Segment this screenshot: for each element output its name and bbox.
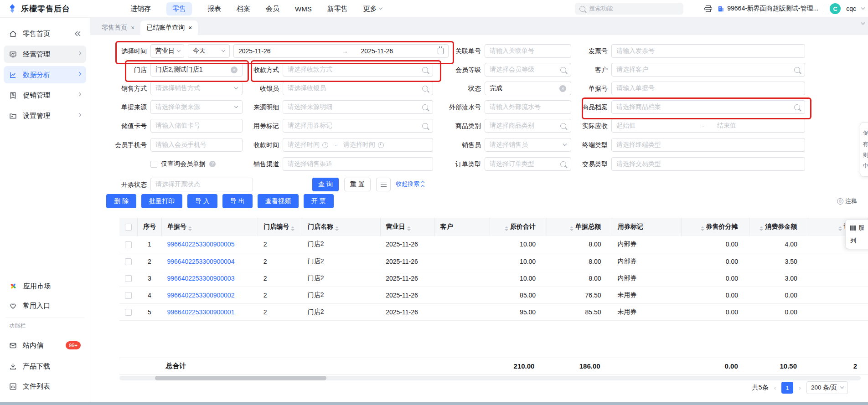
row-checkbox[interactable] bbox=[125, 258, 132, 265]
next-page-button[interactable]: › bbox=[799, 384, 801, 391]
edge-vertical-tab[interactable]: 促 有 则 中 bbox=[860, 122, 868, 177]
help-icon[interactable] bbox=[209, 161, 216, 167]
member-only-checkbox[interactable] bbox=[150, 161, 157, 168]
sidebar-item-favorites[interactable]: 常用入口 bbox=[4, 297, 86, 314]
doc-no-link[interactable]: 9966402253300900003 bbox=[167, 275, 235, 282]
delete-button[interactable]: 删 除 bbox=[106, 194, 136, 208]
doc-no-link[interactable]: 9966402253300900001 bbox=[167, 308, 235, 316]
tenant-switcher[interactable]: 99664-新界面商超版测试-管理... bbox=[718, 5, 818, 13]
doc-no-link[interactable]: 9966402253300900005 bbox=[167, 241, 235, 248]
nav-item-wms[interactable]: WMS bbox=[295, 5, 312, 13]
row-checkbox[interactable] bbox=[125, 292, 132, 299]
row-checkbox[interactable] bbox=[125, 241, 132, 248]
col-orig-total[interactable]: 原价合计 bbox=[490, 218, 547, 236]
table-row[interactable]: 2 9966402253300900004 2 门店2 2025-11-26 1… bbox=[119, 253, 868, 270]
row-checkbox[interactable] bbox=[125, 309, 132, 316]
close-icon[interactable] bbox=[131, 24, 134, 31]
related-no-input[interactable]: 请输入关联单号 bbox=[485, 44, 571, 58]
printer-icon[interactable] bbox=[704, 5, 712, 12]
export-button[interactable]: 导 出 bbox=[222, 194, 253, 208]
doc-no-link[interactable]: 9966402253300900004 bbox=[167, 258, 235, 265]
sidebar-item-promotion[interactable]: 促销管理 bbox=[4, 87, 86, 104]
nav-item-retail[interactable]: 零售 bbox=[166, 2, 192, 15]
product-archive-select[interactable]: 请选择商品档案 bbox=[611, 100, 805, 114]
nav-item-new-retail[interactable]: 新零售 bbox=[327, 5, 348, 13]
select-all-header[interactable] bbox=[119, 218, 138, 236]
sidebar-item-inbox[interactable]: 站内信 99+ bbox=[4, 337, 86, 354]
search-scheme-button[interactable] bbox=[376, 178, 391, 191]
select-all-checkbox[interactable] bbox=[125, 224, 132, 231]
sidebar-item-home[interactable]: 零售首页 bbox=[4, 25, 86, 42]
customer-select[interactable]: 请选择客户 bbox=[611, 63, 805, 77]
invoice-status-select[interactable]: 请选择开票状态 bbox=[150, 178, 253, 191]
sidebar-item-business[interactable]: 经营管理 bbox=[4, 46, 86, 63]
table-row[interactable]: 1 9966402253300900005 2 门店2 2025-11-26 1… bbox=[119, 236, 868, 253]
chevron-down-icon[interactable] bbox=[861, 6, 865, 10]
nav-item-inventory[interactable]: 进销存 bbox=[130, 5, 151, 13]
table-row[interactable]: 3 9966402253300900003 2 门店2 2025-11-26 1… bbox=[119, 270, 868, 287]
tab-settled-order-query[interactable]: 已结账单查询 bbox=[140, 21, 198, 35]
sidebar-item-settings[interactable]: 设置管理 bbox=[4, 107, 86, 124]
pay-time-range-picker[interactable]: 请选择时间 请选择时间 bbox=[283, 138, 433, 152]
nav-item-archives[interactable]: 档案 bbox=[237, 5, 250, 13]
col-store-name[interactable]: 门店名称 bbox=[302, 218, 381, 236]
col-biz-date[interactable]: 营业日 bbox=[380, 218, 434, 236]
date-range-picker[interactable]: 2025-11-26 2025-11-26 bbox=[233, 44, 449, 58]
category-select[interactable]: 请选择商品类别 bbox=[485, 119, 571, 133]
doc-no-link[interactable]: 9966402253300900002 bbox=[167, 292, 235, 299]
import-button[interactable]: 导 入 bbox=[187, 194, 217, 208]
member-level-select[interactable]: 请选择会员等级 bbox=[485, 63, 571, 77]
sidebar-item-app-market[interactable]: 应用市场 bbox=[4, 277, 86, 295]
time-preset-select[interactable]: 今天 bbox=[188, 44, 230, 58]
horizontal-scrollbar[interactable] bbox=[119, 376, 861, 380]
col-doc-total[interactable]: 单据总额 bbox=[547, 218, 612, 236]
sales-channel-select[interactable]: 请选择销售渠道 bbox=[283, 157, 433, 171]
query-button[interactable]: 查 询 bbox=[312, 178, 339, 191]
collapse-search-link[interactable]: 收起搜索 bbox=[396, 180, 424, 188]
external-no-input[interactable]: 请输入外部流水号 bbox=[485, 100, 571, 114]
sidebar-item-data-analysis[interactable]: 数据分析 bbox=[4, 66, 86, 83]
col-coupon-amount[interactable]: 消费券金额 bbox=[749, 218, 808, 236]
salesperson-select[interactable]: 请选择销售员 bbox=[485, 138, 571, 152]
table-row[interactable]: 5 9966402253300900001 2 门店2 2025-11-26 9… bbox=[119, 303, 868, 320]
doc-no-input[interactable]: 请输入单据号 bbox=[611, 82, 805, 95]
terminal-type-select[interactable]: 请选择终端类型 bbox=[611, 138, 805, 152]
table-row[interactable]: 4 9966402253300900002 2 门店2 2025-11-26 8… bbox=[119, 287, 868, 303]
batch-print-button[interactable]: 批量打印 bbox=[141, 194, 182, 208]
tab-overflow-chevron-icon[interactable] bbox=[861, 21, 865, 25]
order-type-select[interactable]: 请选择订单类型 bbox=[485, 157, 571, 171]
scrollbar-thumb[interactable] bbox=[155, 376, 326, 380]
nav-item-members[interactable]: 会员 bbox=[266, 5, 279, 13]
coupon-flag-select[interactable]: 请选择用券标记 bbox=[283, 119, 433, 133]
col-doc-no[interactable]: 单据号 bbox=[162, 218, 258, 236]
col-customer[interactable]: 客户 bbox=[434, 218, 490, 236]
time-type-select[interactable]: 营业日 bbox=[150, 44, 184, 58]
reset-button[interactable]: 重 置 bbox=[344, 178, 371, 191]
page-size-select[interactable]: 200 条/页 bbox=[806, 381, 848, 394]
pay-method-select[interactable]: 请选择收款方式 bbox=[283, 63, 433, 77]
invoice-button[interactable]: 开 票 bbox=[304, 194, 334, 208]
note-link[interactable]: 注释 bbox=[837, 197, 857, 205]
col-coupon-share[interactable]: 券售价分摊 bbox=[681, 218, 749, 236]
receivable-range-input[interactable]: 起始值 结束值 bbox=[611, 119, 805, 133]
sidebar-item-product-download[interactable]: 产品下载 bbox=[4, 358, 86, 375]
close-icon[interactable] bbox=[188, 24, 192, 31]
trade-type-select[interactable]: 请选择交易类型 bbox=[611, 157, 805, 171]
invoice-no-input[interactable]: 请输入发票号 bbox=[611, 44, 805, 58]
global-search-input[interactable]: 搜索功能 bbox=[575, 3, 683, 15]
sidebar-item-file-list[interactable]: 文件列表 bbox=[4, 378, 86, 395]
status-select[interactable]: 完成 bbox=[485, 82, 571, 95]
prev-page-button[interactable]: ‹ bbox=[774, 384, 776, 391]
source-detail-select[interactable]: 请选择来源明细 bbox=[283, 100, 433, 114]
col-store-no[interactable]: 门店编号 bbox=[258, 218, 302, 236]
nav-item-reports[interactable]: 报表 bbox=[207, 5, 221, 13]
cashier-select[interactable]: 请选择收银员 bbox=[283, 82, 433, 95]
row-checkbox[interactable] bbox=[125, 275, 132, 282]
view-video-button[interactable]: 查看视频 bbox=[258, 194, 299, 208]
nav-item-more[interactable]: 更多 bbox=[363, 5, 382, 13]
tab-retail-home[interactable]: 零售首页 bbox=[96, 21, 140, 35]
col-coupon-flag[interactable]: 用券标记 bbox=[612, 218, 682, 236]
column-settings-panel[interactable]: 服 列 bbox=[845, 219, 868, 249]
avatar[interactable]: C bbox=[830, 3, 841, 14]
current-page[interactable]: 1 bbox=[781, 382, 793, 394]
